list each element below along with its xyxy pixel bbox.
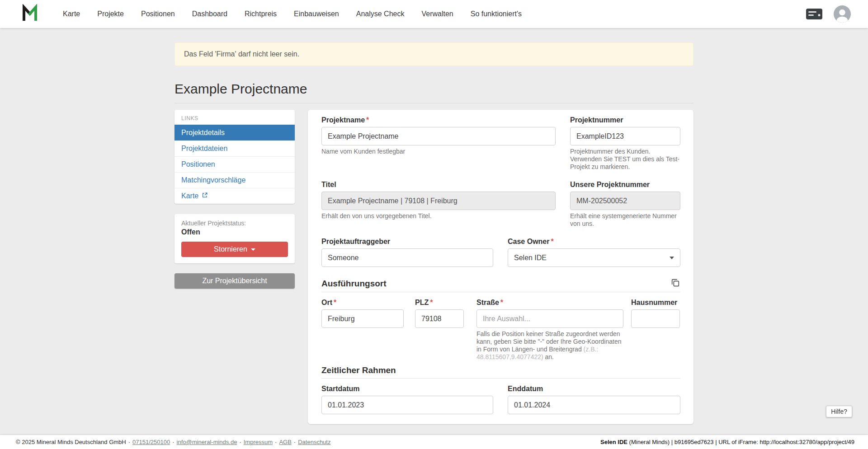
required-marker: *: [500, 299, 503, 306]
section-divider: [321, 378, 680, 379]
status-value: Offen: [181, 228, 288, 236]
sidebar-item-label: Projektdateien: [181, 145, 227, 153]
copy-icon: [670, 278, 680, 289]
nav-item-positionen[interactable]: Positionen: [132, 0, 184, 28]
nav-item-richtpreis[interactable]: Richtpreis: [236, 0, 285, 28]
copy-address-button[interactable]: [670, 278, 680, 289]
session-details: (Mineral Minds) | b91695ed7623 | URL of …: [627, 439, 854, 445]
ort-input[interactable]: [321, 309, 404, 328]
copyright-text: © 2025 Mineral Minds Deutschland GmbH: [16, 439, 126, 445]
server-icon[interactable]: [806, 8, 823, 20]
ausfuehrungsort-heading: Ausführungsort: [321, 279, 387, 289]
titel-helper: Erhält den von uns vorgegebenen Titel.: [321, 212, 556, 220]
nav-item-analyse-check[interactable]: Analyse Check: [348, 0, 413, 28]
strasse-input[interactable]: [476, 309, 623, 328]
mineral-minds-logo-icon: [21, 4, 39, 24]
sidebar-item-label: Karte: [181, 192, 198, 200]
projektauftraggeber-input[interactable]: [321, 248, 493, 267]
nav-item-verwalten[interactable]: Verwalten: [413, 0, 462, 28]
status-label: Aktueller Projektstatus:: [181, 220, 288, 227]
titel-input: [321, 192, 556, 210]
sidebar-item-karte[interactable]: Karte: [175, 188, 295, 204]
sidebar-item-label: Matchingvorschläge: [181, 176, 245, 184]
email-link[interactable]: info@mineral-minds.de: [177, 439, 237, 445]
main-navigation: Karte Projekte Positionen Dashboard Rich…: [54, 0, 530, 28]
sidebar-item-positionen[interactable]: Positionen: [175, 156, 295, 172]
case-owner-value: Selen IDE: [514, 254, 547, 262]
footer-separator: ·: [294, 439, 296, 445]
section-divider: [321, 292, 680, 292]
plz-label: PLZ*: [415, 299, 464, 307]
footer-separator: ·: [128, 439, 130, 445]
strasse-helper: Falls die Position keiner Straße zugeord…: [476, 330, 623, 361]
datenschutz-link[interactable]: Datenschutz: [298, 439, 330, 445]
nav-item-dashboard[interactable]: Dashboard: [184, 0, 236, 28]
projektnummer-helper: Projektnummer des Kunden. Verwenden Sie …: [570, 148, 680, 171]
footer-links: © 2025 Mineral Minds Deutschland GmbH · …: [16, 439, 330, 445]
session-user: Selen IDE: [600, 439, 627, 445]
zur-projektuebersicht-button[interactable]: Zur Projektübersicht: [175, 273, 295, 289]
navbar-actions: [806, 5, 851, 23]
zeitlicher-rahmen-heading: Zeitlicher Rahmen: [321, 365, 396, 375]
stornieren-button[interactable]: Stornieren: [181, 242, 288, 257]
user-avatar[interactable]: [834, 5, 851, 23]
chevron-down-icon: [670, 257, 674, 259]
plz-input[interactable]: [415, 309, 464, 328]
title-divider: [175, 103, 693, 103]
footer-separator: ·: [275, 439, 277, 445]
required-marker: *: [334, 299, 336, 306]
required-marker: *: [551, 238, 553, 245]
startdatum-input[interactable]: [321, 396, 493, 414]
sidebar-links-card: LINKS Projektdetails Projektdateien Posi…: [175, 110, 295, 204]
sidebar-item-matchingvorschlaege[interactable]: Matchingvorschläge: [175, 172, 295, 188]
brand-logo[interactable]: [21, 4, 39, 24]
project-status-card: Aktueller Projektstatus: Offen Storniere…: [175, 214, 295, 263]
unsere-projektnummer-label: Unsere Projektnummer: [570, 181, 680, 189]
sidebar-item-projektdetails[interactable]: Projektdetails: [175, 125, 295, 140]
footer-separator: ·: [172, 439, 174, 445]
titel-label: Titel: [321, 181, 556, 189]
strasse-label: Straße*: [476, 299, 623, 307]
startdatum-label: Startdatum: [321, 385, 493, 393]
case-owner-label: Case Owner*: [508, 238, 680, 246]
page-title: Example Projectname: [175, 81, 693, 97]
caret-down-icon: [251, 248, 255, 251]
phone-link[interactable]: 07151/250100: [132, 439, 170, 445]
project-details-form: Projektname* Name vom Kunden festlegbar …: [308, 110, 693, 424]
validation-alert: Das Feld 'Firma' darf nicht leer sein.: [175, 42, 693, 66]
help-button[interactable]: Hilfe?: [826, 406, 852, 417]
enddatum-label: Enddatum: [508, 385, 680, 393]
ort-label: Ort*: [321, 299, 404, 307]
sidebar-links-header: LINKS: [175, 110, 295, 125]
required-marker: *: [366, 116, 369, 124]
sidebar-item-label: Positionen: [181, 160, 215, 168]
footer-separator: ·: [239, 439, 241, 445]
stornieren-label: Stornieren: [214, 245, 247, 253]
validation-alert-text: Das Feld 'Firma' darf nicht leer sein.: [184, 50, 299, 58]
session-info: Selen IDE (Mineral Minds) | b91695ed7623…: [600, 439, 854, 445]
sidebar-item-projektdateien[interactable]: Projektdateien: [175, 140, 295, 156]
unsere-projektnummer-helper: Erhält eine systemgenerierte Nummer von …: [570, 212, 680, 228]
projektnummer-label: Projektnummer: [570, 116, 680, 124]
nav-item-projekte[interactable]: Projekte: [89, 0, 132, 28]
nav-item-so-funktionierts[interactable]: So funktioniert's: [462, 0, 530, 28]
main-region: Das Feld 'Firma' darf nicht leer sein. E…: [0, 28, 868, 435]
projektname-label: Projektname*: [321, 116, 556, 124]
project-sidebar: LINKS Projektdetails Projektdateien Posi…: [175, 110, 295, 289]
agb-link[interactable]: AGB: [279, 439, 291, 445]
nav-item-einbauweisen[interactable]: Einbauweisen: [285, 0, 348, 28]
required-marker: *: [430, 299, 433, 306]
projektnummer-input[interactable]: [570, 127, 680, 145]
sidebar-item-label: Projektdetails: [181, 129, 225, 137]
top-navbar: Karte Projekte Positionen Dashboard Rich…: [0, 0, 868, 28]
page-footer: © 2025 Mineral Minds Deutschland GmbH · …: [0, 435, 868, 449]
hausnummer-input[interactable]: [631, 309, 680, 328]
nav-item-karte[interactable]: Karte: [54, 0, 89, 28]
projektname-helper: Name vom Kunden festlegbar: [321, 148, 556, 155]
impressum-link[interactable]: Impressum: [244, 439, 273, 445]
projektauftraggeber-label: Projektauftraggeber: [321, 238, 493, 246]
enddatum-input[interactable]: [508, 396, 680, 414]
projektname-input[interactable]: [321, 127, 556, 145]
hausnummer-label: Hausnummer: [631, 299, 680, 307]
case-owner-select[interactable]: Selen IDE: [508, 248, 680, 267]
